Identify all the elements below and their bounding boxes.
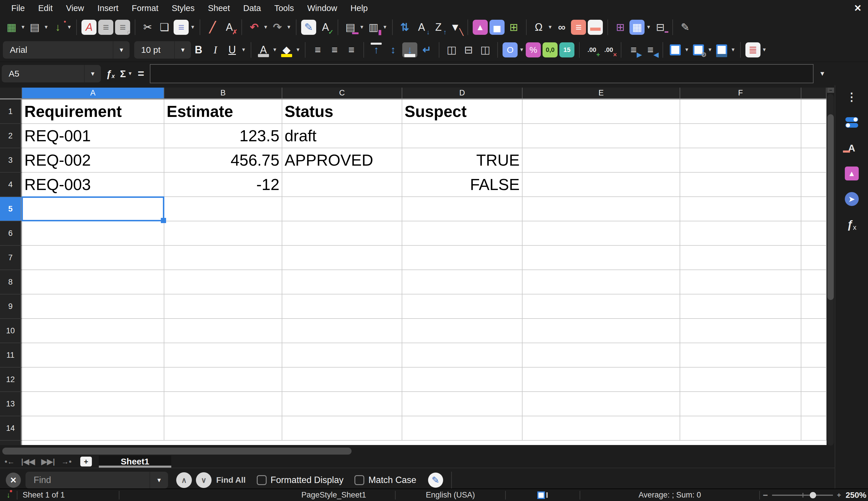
align-left-icon[interactable]: ≡: [310, 42, 325, 57]
insert-page-break-icon[interactable]: ⊟┅: [653, 20, 668, 35]
checkbox-icon[interactable]: [257, 475, 267, 485]
cell-G14[interactable]: [801, 416, 826, 441]
cell-D14[interactable]: [402, 416, 523, 441]
language-status[interactable]: English (USA): [426, 491, 475, 500]
horizontal-scrollbar-thumb[interactable]: [2, 448, 352, 455]
menu-edit[interactable]: Edit: [32, 0, 59, 16]
cell-C9[interactable]: [282, 295, 402, 319]
cell-D3[interactable]: TRUE: [402, 148, 523, 173]
cell-C11[interactable]: [282, 343, 402, 367]
cell-C1[interactable]: Status: [282, 99, 402, 124]
cell-G13[interactable]: [801, 392, 826, 416]
hyperlink-icon[interactable]: ∞: [554, 20, 569, 35]
copy-icon[interactable]: ❏: [157, 20, 172, 35]
zoom-slider-thumb[interactable]: [810, 492, 816, 498]
cell-C7[interactable]: [282, 246, 402, 270]
formula-input[interactable]: [150, 64, 814, 83]
cell-E2[interactable]: [523, 124, 680, 148]
cell-F12[interactable]: [680, 367, 801, 392]
border-style-icon[interactable]: ⚙: [691, 42, 706, 57]
cell-B5[interactable]: [164, 197, 282, 221]
cell-C4[interactable]: [282, 173, 402, 197]
selection-summary[interactable]: Average: ; Sum: 0: [638, 491, 701, 500]
cell-G7[interactable]: [801, 246, 826, 270]
cut-icon[interactable]: ✂: [140, 20, 155, 35]
cell-C12[interactable]: [282, 367, 402, 392]
paste-icon[interactable]: ≡: [174, 20, 189, 35]
cell-A3[interactable]: REQ-002: [22, 148, 164, 173]
column-header-b[interactable]: B: [164, 88, 282, 98]
wrap-text-icon[interactable]: ↵: [419, 42, 434, 57]
italic-icon[interactable]: I: [208, 42, 223, 57]
horizontal-scrollbar[interactable]: [0, 447, 835, 456]
spelling-icon[interactable]: A✓: [318, 20, 333, 35]
cell-C14[interactable]: [282, 416, 402, 441]
row-header-5[interactable]: 5: [0, 197, 22, 221]
cell-F6[interactable]: [680, 221, 801, 246]
column-header-partial[interactable]: [801, 88, 826, 98]
cell-F11[interactable]: [680, 343, 801, 367]
underline-dropdown-icon[interactable]: ▼: [241, 47, 246, 53]
sheet-position[interactable]: Sheet 1 of 1: [23, 491, 65, 500]
conditional-formatting-icon[interactable]: ≣: [745, 42, 760, 57]
cell-A4[interactable]: REQ-003: [22, 173, 164, 197]
cell-F9[interactable]: [680, 295, 801, 319]
border-color-icon[interactable]: [714, 42, 729, 57]
cell-E5[interactable]: [523, 197, 680, 221]
add-decimal-icon[interactable]: .00+: [584, 42, 599, 57]
zoom-level[interactable]: 250%: [846, 491, 867, 500]
align-top-icon[interactable]: ↑: [369, 42, 384, 57]
borders-icon[interactable]: [668, 42, 683, 57]
cell-G6[interactable]: [801, 221, 826, 246]
merge-center-cells-icon[interactable]: ◫: [444, 42, 459, 57]
cell-F13[interactable]: [680, 392, 801, 416]
insert-column-icon[interactable]: ▥▮: [366, 20, 381, 35]
cell-A6[interactable]: [22, 221, 164, 246]
sort-ascending-icon[interactable]: A↓: [414, 20, 429, 35]
cell-B4[interactable]: -12: [164, 173, 282, 197]
cell-B1[interactable]: Estimate: [164, 99, 282, 124]
cell-A14[interactable]: [22, 416, 164, 441]
special-character-icon[interactable]: Ω: [531, 20, 546, 35]
cell-A2[interactable]: REQ-001: [22, 124, 164, 148]
row-header-6[interactable]: 6: [0, 221, 22, 246]
insert-row-dropdown-icon[interactable]: ▼: [359, 24, 364, 30]
cell-G4[interactable]: [801, 173, 826, 197]
functions-icon[interactable]: ƒx: [845, 217, 859, 232]
cell-D11[interactable]: [402, 343, 523, 367]
center-vertically-icon[interactable]: ↕: [385, 42, 400, 57]
underline-icon[interactable]: U: [224, 42, 240, 57]
cell-F1[interactable]: [680, 99, 801, 124]
freeze-rows-columns-icon[interactable]: ⊞: [613, 20, 628, 35]
column-header-f[interactable]: F: [680, 88, 801, 98]
select-all-corner[interactable]: [0, 88, 22, 98]
page-style[interactable]: PageStyle_Sheet1: [301, 491, 366, 500]
date-format-icon[interactable]: 15: [559, 42, 574, 57]
select-function-dropdown-icon[interactable]: ▼: [128, 71, 132, 77]
cell-E6[interactable]: [523, 221, 680, 246]
insert-column-dropdown-icon[interactable]: ▼: [383, 24, 387, 30]
delete-decimal-icon[interactable]: .00×: [601, 42, 616, 57]
cell-E10[interactable]: [523, 319, 680, 343]
cell-E14[interactable]: [523, 416, 680, 441]
percent-format-icon[interactable]: %: [526, 42, 541, 57]
number-format-icon[interactable]: 0,0: [542, 42, 558, 57]
currency-format-icon[interactable]: O: [503, 42, 518, 57]
save-icon[interactable]: ↓•: [51, 20, 66, 35]
row-header-12[interactable]: 12: [0, 367, 22, 392]
currency-format-dropdown-icon[interactable]: ▼: [519, 47, 524, 53]
cell-B11[interactable]: [164, 343, 282, 367]
row-header-10[interactable]: 10: [0, 319, 22, 343]
find-dropdown-icon[interactable]: ▼: [150, 477, 168, 483]
cell-C6[interactable]: [282, 221, 402, 246]
close-find-bar-icon[interactable]: ✕: [6, 472, 21, 488]
cell-B14[interactable]: [164, 416, 282, 441]
unmerge-cells-icon[interactable]: ◫: [477, 42, 493, 57]
cell-D4[interactable]: FALSE: [402, 173, 523, 197]
styles-icon[interactable]: A▬: [845, 141, 859, 155]
vertical-scrollbar-thumb[interactable]: [827, 114, 834, 300]
checkbox-icon[interactable]: [354, 475, 364, 485]
insert-pivot-table-icon[interactable]: ⊞: [506, 20, 521, 35]
font-size-dropdown-icon[interactable]: ▼: [175, 47, 191, 53]
cell-C5[interactable]: [282, 197, 402, 221]
